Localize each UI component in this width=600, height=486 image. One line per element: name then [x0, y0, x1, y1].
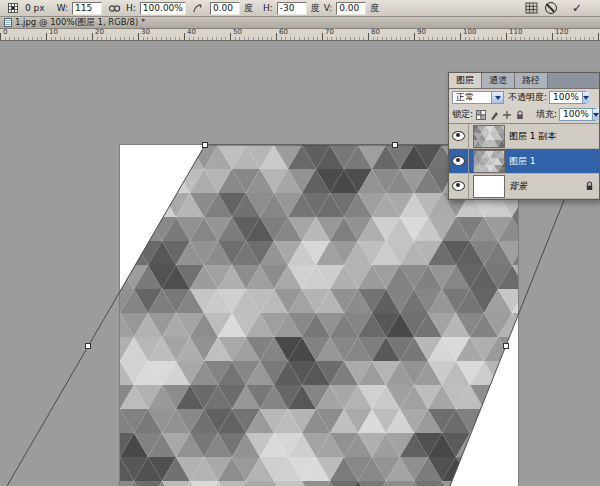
width-field[interactable]: 115 — [72, 2, 102, 15]
eye-icon — [452, 131, 465, 141]
layer-name[interactable]: 图层 1 — [509, 155, 536, 168]
layer-row-layer1[interactable]: 图层 1 — [449, 149, 599, 174]
panel-tab-strip: 图层 通道 路径 — [449, 73, 599, 89]
blend-mode-select[interactable]: 正常 — [452, 91, 504, 104]
transform-options-bar: 0 px W: 115 H: 100.00% 0.00 度 H: -30 度 V… — [0, 0, 600, 17]
visibility-toggle[interactable] — [449, 149, 469, 173]
blend-mode-value: 正常 — [453, 92, 491, 103]
angle-field[interactable]: 0.00 — [210, 2, 240, 15]
lock-pixels-icon[interactable] — [488, 109, 499, 120]
height-field[interactable]: 100.00% — [140, 2, 186, 15]
opacity-select[interactable]: 100% — [549, 91, 586, 104]
tab-channels[interactable]: 通道 — [482, 73, 515, 88]
layer-thumbnail[interactable] — [473, 175, 505, 198]
chevron-down-icon — [582, 92, 589, 103]
blend-opacity-row: 正常 不透明度: 100% — [449, 89, 599, 106]
warp-mode-toggle-icon[interactable] — [523, 1, 539, 16]
opacity-value: 100% — [550, 92, 582, 103]
lock-position-icon[interactable] — [501, 109, 512, 120]
layer-thumbnail[interactable] — [473, 150, 505, 173]
background-lock-icon — [585, 181, 594, 191]
fill-label: 填充: — [536, 108, 557, 121]
layer-row-layer1-copy[interactable]: 图层 1 副本 — [449, 124, 599, 149]
lock-label: 锁定: — [452, 108, 473, 121]
h-skew-label: H: — [263, 3, 273, 13]
lock-all-icon[interactable] — [514, 109, 525, 120]
horizontal-ruler: 0102030405060708090100110120 — [0, 29, 600, 41]
cancel-icon — [545, 2, 557, 14]
commit-transform-button[interactable]: ✓ — [569, 1, 585, 16]
link-dimensions-icon[interactable] — [106, 1, 122, 16]
tab-paths[interactable]: 路径 — [515, 73, 548, 88]
checkmark-icon: ✓ — [572, 2, 582, 14]
height-label: H: — [126, 3, 136, 13]
layers-panel: 图层 通道 路径 正常 不透明度: 100% 锁定: — [448, 72, 600, 200]
h-skew-unit: 度 — [311, 2, 320, 15]
fill-value: 100% — [560, 109, 592, 120]
v-skew-field[interactable]: 0.00 — [336, 2, 366, 15]
document-title: 1.jpg @ 100%(图层 1, RGB/8) * — [15, 17, 145, 29]
v-skew-unit: 度 — [370, 2, 379, 15]
lock-transparency-icon[interactable] — [475, 109, 486, 120]
chevron-down-icon — [592, 109, 599, 120]
visibility-toggle[interactable] — [449, 124, 469, 148]
reference-point-locator[interactable] — [5, 1, 21, 16]
angle-unit: 度 — [244, 2, 253, 15]
visibility-toggle[interactable] — [449, 174, 469, 198]
fill-select[interactable]: 100% — [559, 108, 596, 121]
transform-handle-left-middle[interactable] — [86, 344, 91, 349]
cancel-transform-button[interactable] — [543, 1, 559, 16]
chevron-down-icon — [491, 92, 503, 103]
document-icon — [4, 18, 12, 27]
position-value: 0 px — [25, 3, 45, 13]
layer-thumbnail[interactable] — [473, 125, 505, 148]
eye-icon — [452, 156, 465, 166]
width-label: W: — [57, 3, 68, 13]
lock-fill-row: 锁定: 填充: 100% — [449, 106, 599, 123]
layer-name[interactable]: 背景 — [509, 180, 527, 193]
layer-row-background[interactable]: 背景 — [449, 174, 599, 199]
layer-name[interactable]: 图层 1 副本 — [509, 130, 556, 143]
v-skew-label: V: — [324, 3, 332, 13]
rotate-icon — [190, 1, 206, 16]
eye-icon — [452, 181, 465, 191]
tab-layers[interactable]: 图层 — [449, 73, 482, 88]
layer-list: 图层 1 副本 图层 1 背景 — [449, 123, 599, 199]
opacity-label: 不透明度: — [508, 91, 547, 104]
h-skew-field[interactable]: -30 — [277, 2, 307, 15]
